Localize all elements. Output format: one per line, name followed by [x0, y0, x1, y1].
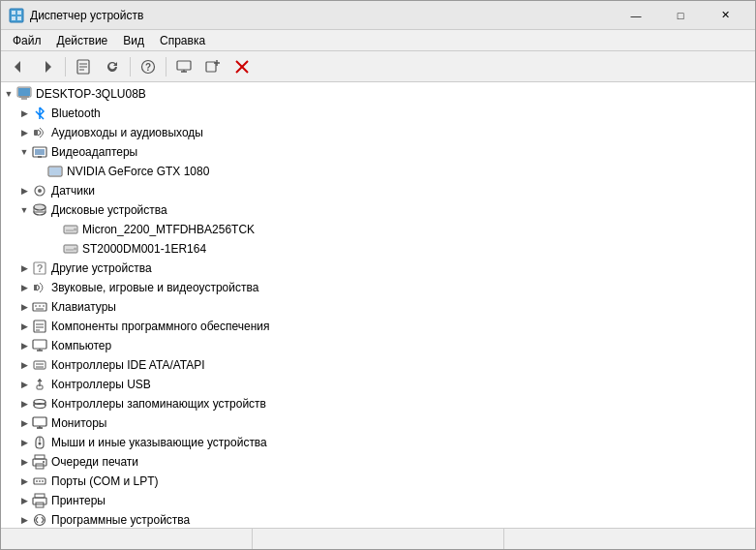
mice-label: Мыши и иные указывающие устройства	[51, 436, 267, 449]
audio-icon	[32, 125, 47, 140]
queues-label: Очереди печати	[51, 455, 138, 469]
tree-keyboard[interactable]: ▶ Клавиатуры	[1, 297, 755, 317]
help-button[interactable]: ?	[135, 54, 162, 79]
status-section-3	[504, 529, 755, 549]
maximize-button[interactable]: □	[658, 1, 703, 30]
svg-point-69	[39, 443, 42, 445]
expand-progdevs[interactable]: ▶	[16, 512, 32, 528]
title-bar: Диспетчер устройств — □ ✕	[1, 1, 755, 30]
tree-ide[interactable]: ▶ Контроллеры IDE ATA/ATAPI	[1, 355, 755, 375]
expand-sensors[interactable]: ▶	[16, 183, 32, 199]
expand-ports[interactable]: ▶	[16, 474, 32, 489]
tree-storage[interactable]: ▶ Контроллеры запоминающих устройств	[1, 394, 755, 413]
window-controls: — □ ✕	[614, 1, 747, 30]
svg-text:?: ?	[37, 262, 44, 274]
properties-button[interactable]	[70, 54, 97, 79]
expand-software[interactable]: ▶	[16, 319, 32, 334]
toolbar-sep-1	[65, 57, 66, 76]
tree-nvidia[interactable]: ▶ NVIDIA GeForce GTX 1080	[1, 162, 755, 181]
remove-button[interactable]	[228, 54, 256, 79]
queues-icon	[32, 454, 47, 470]
video-label: Видеоадаптеры	[51, 145, 137, 159]
progdevs-label: Программные устройства	[51, 513, 190, 527]
expand-disks[interactable]: ▼	[16, 202, 32, 218]
svg-rect-65	[33, 417, 46, 426]
tree-other[interactable]: ▶ ? Другие устройства	[1, 259, 755, 278]
svg-rect-30	[49, 168, 61, 175]
back-button[interactable]	[5, 54, 32, 79]
tree-usb[interactable]: ▶ Контроллеры USB	[1, 375, 755, 394]
expand-root[interactable]: ▼	[1, 86, 16, 102]
expand-printers[interactable]: ▶	[16, 493, 32, 508]
svg-point-35	[34, 204, 45, 210]
tree-computer[interactable]: ▶ Компьютер	[1, 336, 755, 355]
tree-printers[interactable]: ▶ Принтеры	[1, 491, 755, 510]
expand-ide[interactable]: ▶	[16, 357, 32, 373]
svg-rect-1	[12, 11, 15, 15]
expand-monitors[interactable]: ▶	[16, 415, 32, 431]
tree-disk1[interactable]: ▶ Micron_2200_MTFDHBA256TCK	[1, 220, 755, 239]
tree-disks[interactable]: ▼ Дисковые устройства	[1, 200, 755, 220]
svg-point-41	[74, 248, 76, 251]
expand-video[interactable]: ▼	[16, 144, 32, 160]
svg-rect-27	[35, 149, 45, 155]
tree-queues[interactable]: ▶ Очереди печати	[1, 452, 755, 472]
tree-software[interactable]: ▶ Компоненты программного обеспечения	[1, 317, 755, 336]
expand-audio[interactable]: ▶	[16, 125, 32, 140]
ide-icon	[32, 357, 47, 373]
bluetooth-icon	[32, 106, 47, 121]
content-area: ▼ DESKTOP-3QLU08B ▶	[1, 82, 755, 528]
tree-mice[interactable]: ▶ Мыши и иные указывающие устройства	[1, 433, 755, 452]
svg-rect-25	[34, 130, 38, 136]
tree-sound[interactable]: ▶ Звуковые, игровые и видеоустройства	[1, 278, 755, 297]
tree-monitors[interactable]: ▶ Мониторы	[1, 413, 755, 433]
disk2-label: ST2000DM001-1ER164	[82, 242, 206, 256]
expand-queues[interactable]: ▶	[16, 454, 32, 470]
audio-label: Аудиовходы и аудиовыходы	[51, 126, 203, 139]
tree-audio[interactable]: ▶ Аудиовходы и аудиовыходы	[1, 123, 755, 142]
refresh-button[interactable]	[99, 54, 126, 79]
expand-mice[interactable]: ▶	[16, 435, 32, 450]
menu-action[interactable]: Действие	[49, 32, 116, 49]
keyboard-label: Клавиатуры	[51, 300, 116, 314]
tree-ports[interactable]: ▶ Порты (COM и LPT)	[1, 472, 755, 491]
forward-button[interactable]	[34, 54, 61, 79]
tree-video[interactable]: ▼ Видеоадаптеры	[1, 142, 755, 162]
svg-marker-6	[45, 61, 51, 73]
svg-rect-13	[177, 61, 191, 70]
menu-file[interactable]: Файл	[5, 32, 49, 49]
minimize-button[interactable]: —	[614, 1, 658, 30]
tree-root[interactable]: ▼ DESKTOP-3QLU08B	[1, 84, 755, 104]
expand-keyboard[interactable]: ▶	[16, 299, 32, 315]
svg-rect-4	[17, 16, 21, 20]
status-section-2	[253, 529, 504, 549]
expand-sound[interactable]: ▶	[16, 280, 32, 295]
monitors-label: Мониторы	[51, 416, 106, 430]
expand-usb[interactable]: ▶	[16, 377, 32, 392]
tree-progdevs[interactable]: ▶ Программные устройства	[1, 510, 755, 528]
expand-computer[interactable]: ▶	[16, 338, 32, 353]
svg-rect-70	[35, 455, 45, 459]
device-tree[interactable]: ▼ DESKTOP-3QLU08B ▶	[1, 82, 755, 528]
storage-label: Контроллеры запоминающих устройств	[51, 397, 266, 411]
tree-bluetooth[interactable]: ▶ Bluetooth	[1, 104, 755, 123]
svg-rect-3	[12, 16, 15, 20]
tree-sensors[interactable]: ▶ Датчики	[1, 181, 755, 200]
close-button[interactable]: ✕	[703, 1, 747, 30]
storage-icon	[32, 396, 47, 412]
expand-other[interactable]: ▶	[16, 260, 32, 276]
expand-bluetooth[interactable]: ▶	[16, 106, 32, 121]
computer-button[interactable]	[170, 54, 197, 79]
software-label: Компоненты программного обеспечения	[51, 320, 270, 333]
nvidia-label: NVIDIA GeForce GTX 1080	[67, 165, 209, 178]
add-device-button[interactable]	[199, 54, 227, 79]
keyboard-icon	[32, 299, 47, 315]
computer-icon	[16, 86, 32, 102]
tree-disk2[interactable]: ▶ ST2000DM001-1ER164	[1, 239, 755, 259]
expand-storage[interactable]: ▶	[16, 396, 32, 412]
disk1-icon	[63, 222, 78, 237]
menu-help[interactable]: Справка	[152, 32, 213, 49]
menu-view[interactable]: Вид	[115, 32, 152, 49]
disk1-label: Micron_2200_MTFDHBA256TCK	[82, 223, 255, 236]
svg-rect-22	[18, 88, 30, 96]
